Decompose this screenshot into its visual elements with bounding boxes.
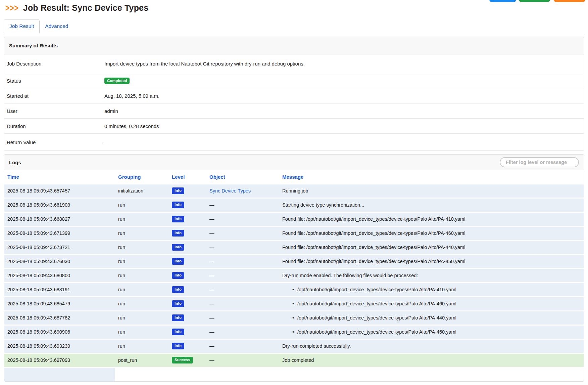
partial-button-blue[interactable]: [489, 0, 516, 2]
log-row: 2025-08-18 05:09:43.693239runInfo—Dry-ru…: [4, 339, 584, 353]
log-message: Job completed: [282, 357, 314, 363]
logs-table: TimeGroupingLevelObjectMessage 2025-08-1…: [4, 170, 584, 381]
log-level-badge: Info: [172, 230, 184, 237]
log-message: Dry-run mode enabled. The following file…: [282, 273, 418, 278]
summary-row: StatusCompleted: [4, 73, 584, 88]
summary-panel-title: Summary of Results: [9, 43, 58, 48]
nautobot-logo-chevrons-icon: >>>: [5, 3, 19, 13]
log-time: 2025-08-18 05:09:43.676030: [4, 254, 115, 268]
summary-row-label: Duration: [4, 121, 102, 132]
log-time: 2025-08-18 05:09:43.683191: [4, 283, 115, 297]
log-message: Starting device type synchronization...: [282, 202, 364, 208]
log-grouping: run: [115, 254, 168, 268]
log-message: /opt/nautobot/git/import_device_types/de…: [282, 287, 456, 292]
summary-row-label: User: [4, 105, 102, 117]
log-grouping: run: [115, 311, 168, 325]
log-level-badge: Info: [172, 216, 184, 222]
log-object: —: [206, 311, 279, 325]
column-header-object[interactable]: Object: [206, 170, 279, 184]
partial-button-green[interactable]: [519, 0, 550, 2]
log-row: 2025-08-18 05:09:43.657457initialization…: [4, 184, 584, 198]
log-object: —: [206, 297, 279, 311]
log-object: —: [206, 283, 279, 297]
log-message: Found file: /opt/nautobot/git/import_dev…: [282, 230, 465, 236]
log-object-link[interactable]: Sync Device Types: [209, 188, 251, 194]
log-grouping: run: [115, 226, 168, 240]
summary-row-value: Aug. 18, 2025, 5:09 a.m.: [102, 90, 584, 101]
log-object: —: [206, 240, 279, 254]
log-grouping: initialization: [115, 184, 168, 198]
page: >>> Job Result: Sync Device Types Job Re…: [0, 0, 588, 385]
log-level-badge: Info: [172, 272, 184, 279]
log-grouping: run: [115, 325, 168, 339]
log-object: —: [206, 198, 279, 212]
log-object: —: [206, 339, 279, 353]
log-time: 2025-08-18 05:09:43.668827: [4, 212, 115, 226]
page-title: Job Result: Sync Device Types: [23, 3, 149, 13]
summary-row: Started atAug. 18, 2025, 5:09 a.m.: [4, 88, 584, 103]
partial-button-orange[interactable]: [554, 0, 585, 2]
log-filter-input[interactable]: [500, 157, 579, 167]
log-grouping: run: [115, 339, 168, 353]
tab-advanced[interactable]: Advanced: [40, 19, 74, 33]
log-message: Running job: [282, 188, 308, 194]
tab-bar: Job Result Advanced: [4, 18, 584, 33]
log-time: 2025-08-18 05:09:43.690906: [4, 325, 115, 339]
log-row: 2025-08-18 05:09:43.661903runInfo—Starti…: [4, 198, 584, 212]
log-message: Found file: /opt/nautobot/git/import_dev…: [282, 245, 465, 250]
summary-row-value: Import device types from the local Nauto…: [102, 58, 584, 69]
log-level-badge: Info: [172, 202, 184, 208]
log-object: —: [206, 254, 279, 268]
log-message: /opt/nautobot/git/import_device_types/de…: [282, 329, 456, 335]
log-level-badge: Info: [172, 314, 184, 321]
summary-row-value: —: [102, 137, 584, 148]
log-level-badge: Info: [172, 343, 184, 349]
log-object: —: [206, 325, 279, 339]
log-grouping: run: [115, 268, 168, 283]
log-object: —: [206, 268, 279, 283]
log-message: /opt/nautobot/git/import_device_types/de…: [282, 301, 456, 306]
log-row: 2025-08-18 05:09:43.668827runInfo—Found …: [4, 212, 584, 226]
summary-rows: Job DescriptionImport device types from …: [4, 54, 584, 151]
log-row: 2025-08-18 05:09:43.687782runInfo—/opt/n…: [4, 311, 584, 325]
logs-panel-title: Logs: [9, 160, 21, 165]
log-row: 2025-08-18 05:09:43.680800runInfo—Dry-ru…: [4, 268, 584, 283]
log-message: /opt/nautobot/git/import_device_types/de…: [282, 315, 456, 320]
log-message: Found file: /opt/nautobot/git/import_dev…: [282, 216, 465, 222]
log-grouping: post_run: [115, 353, 168, 367]
status-badge: Completed: [104, 78, 130, 84]
logs-table-header-row: TimeGroupingLevelObjectMessage: [4, 170, 584, 184]
summary-row-value: Completed: [102, 75, 584, 87]
log-time: 2025-08-18 05:09:43.697093: [4, 353, 115, 367]
log-row: 2025-08-18 05:09:43.685479runInfo—/opt/n…: [4, 297, 584, 311]
log-row: 2025-08-18 05:09:43.673721runInfo—Found …: [4, 240, 584, 254]
summary-row: Return Value—: [4, 133, 584, 151]
log-object: —: [206, 226, 279, 240]
log-level-badge: Info: [172, 244, 184, 251]
log-level-badge: Info: [172, 286, 184, 293]
log-row: 2025-08-18 05:09:43.683191runInfo—/opt/n…: [4, 283, 584, 297]
column-header-level[interactable]: Level: [168, 170, 206, 184]
log-time: 2025-08-18 05:09:43.671399: [4, 226, 115, 240]
column-header-time[interactable]: Time: [4, 170, 115, 184]
summary-panel-heading: Summary of Results: [4, 37, 584, 54]
log-row: 2025-08-18 05:09:43.690906runInfo—/opt/n…: [4, 325, 584, 339]
log-level-badge: Info: [172, 187, 184, 194]
log-time: 2025-08-18 05:09:43.693239: [4, 339, 115, 353]
log-message: Found file: /opt/nautobot/git/import_dev…: [282, 259, 465, 264]
summary-panel: Summary of Results Job DescriptionImport…: [4, 37, 584, 151]
log-row: 2025-08-18 05:09:43.697093post_runSucces…: [4, 353, 584, 367]
log-row-partial: [4, 367, 584, 381]
column-header-grouping[interactable]: Grouping: [115, 170, 168, 184]
summary-row: Duration0 minutes, 0.28 seconds: [4, 118, 584, 133]
log-row: 2025-08-18 05:09:43.671399runInfo—Found …: [4, 226, 584, 240]
column-header-message[interactable]: Message: [279, 170, 584, 184]
logs-panel: Logs TimeGroupingLevelObjectMessage 2025…: [4, 154, 584, 382]
tab-job-result[interactable]: Job Result: [4, 19, 40, 33]
log-row: 2025-08-18 05:09:43.676030runInfo—Found …: [4, 254, 584, 268]
log-grouping: run: [115, 198, 168, 212]
summary-row-value: admin: [102, 105, 584, 117]
log-time: 2025-08-18 05:09:43.673721: [4, 240, 115, 254]
summary-row-label: Job Description: [4, 58, 102, 69]
summary-row-value: 0 minutes, 0.28 seconds: [102, 121, 584, 132]
